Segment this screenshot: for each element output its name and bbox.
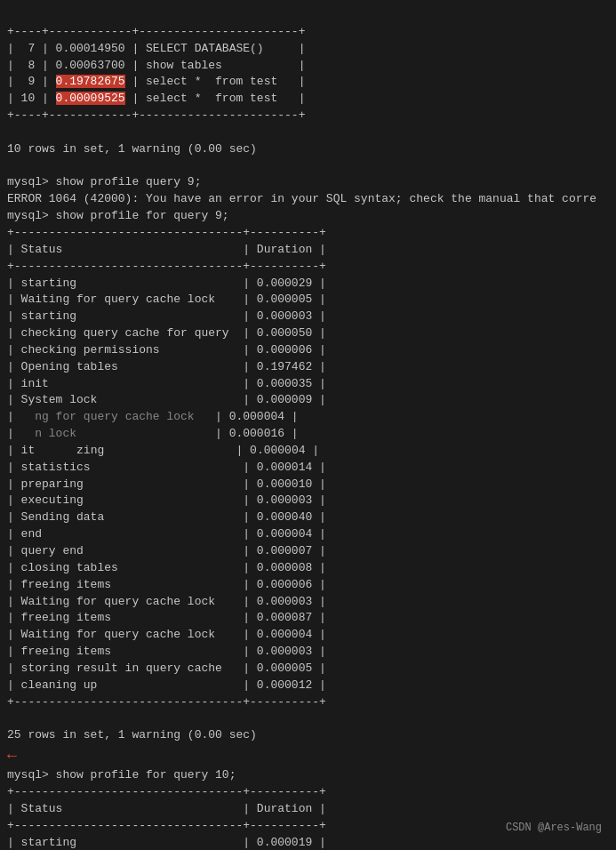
result-line-1: 10 rows in set, 1 warning (0.00 sec) (7, 142, 257, 156)
error-line: ERROR 1064 (42000): You have an error in… (7, 192, 596, 205)
row-10: | 10 | 0.00009525 | select * from test | (7, 92, 305, 105)
profile9-header-sep: +---------------------------------+-----… (7, 226, 326, 239)
cmd-profile9: mysql> show profile query 9; (7, 175, 201, 188)
branding: CSDN @Ares-Wang (506, 821, 602, 836)
top-separator: +----+------------+---------------------… (7, 25, 305, 38)
highlight-10: 0.00009525 (56, 92, 125, 105)
arrow-mark-1: ← (7, 747, 17, 765)
row-8: | 8 | 0.00063700 | show tables | (7, 59, 305, 72)
cmd-profile10: mysql> show profile for query 10; (7, 768, 236, 782)
terminal-window: +----+------------+---------------------… (7, 7, 612, 850)
profile9-footer-sep: +---------------------------------+-----… (7, 695, 326, 709)
result-line-2: 25 rows in set, 1 warning (0.00 sec) (7, 728, 257, 742)
row-9: | 9 | 0.19782675 | select * from test | (7, 75, 305, 88)
it-label: it (21, 444, 36, 457)
truncated-waiting: ng for query cache lock (35, 410, 194, 423)
row-7: | 7 | 0.00014950 | SELECT DATABASE() | (7, 42, 305, 55)
cmd-profile9-retry: mysql> show profile for query 9; (7, 209, 229, 222)
profile10-header: | Status | Duration | (7, 802, 326, 815)
profile10-header-sep2: +---------------------------------+-----… (7, 819, 326, 832)
highlight-9: 0.19782675 (56, 75, 125, 88)
profile9-header: | Status | Duration | (7, 243, 326, 256)
bottom-separator: +----+------------+---------------------… (7, 108, 305, 122)
zing-label: zing (76, 444, 104, 457)
profile9-header-sep2: +---------------------------------+-----… (7, 260, 326, 273)
profile9-rows: | starting | 0.000029 | | Waiting for qu… (7, 277, 326, 692)
profile10-rows: | starting | 0.000019 | | Waiting for qu… (7, 836, 326, 850)
truncated-lock: n lock (35, 427, 76, 440)
profile10-header-sep: +---------------------------------+-----… (7, 785, 326, 798)
